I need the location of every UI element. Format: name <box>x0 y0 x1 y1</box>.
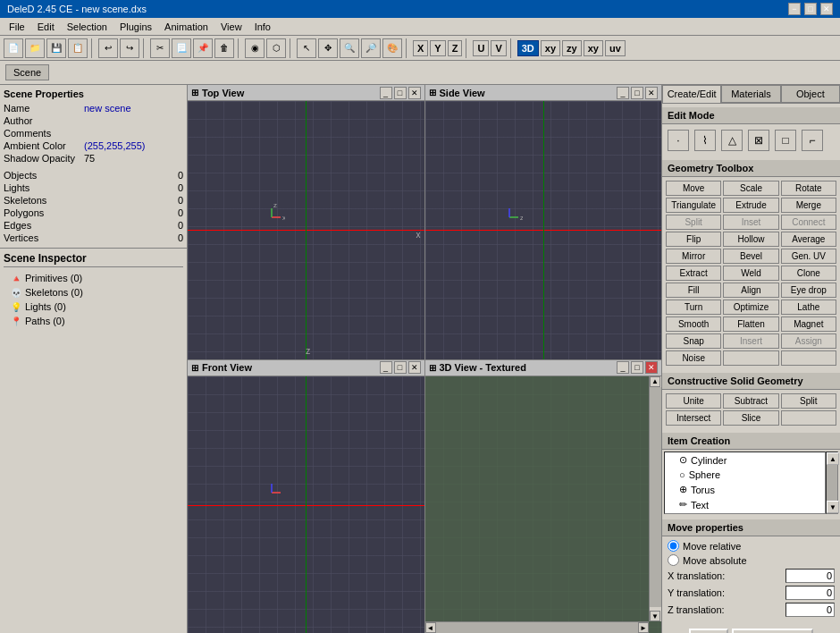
menu-selection[interactable]: Selection <box>62 20 113 34</box>
geo-move[interactable]: Move <box>666 181 721 196</box>
geo-weld[interactable]: Weld <box>723 266 778 281</box>
edit-icon-object[interactable]: □ <box>775 130 796 151</box>
geo-lathe[interactable]: Lathe <box>781 300 836 315</box>
csg-slice[interactable]: Slice <box>723 410 778 426</box>
inspector-primitives[interactable]: 🔺 Primitives (0) <box>4 271 183 285</box>
geo-assign[interactable]: Assign <box>781 333 836 349</box>
toolbar-move[interactable]: ✥ <box>318 38 338 58</box>
geo-extrude[interactable]: Extrude <box>723 198 778 213</box>
geo-magnet[interactable]: Magnet <box>781 316 836 332</box>
coord-z[interactable]: Z <box>448 40 463 56</box>
item-sphere[interactable]: ○ Sphere <box>665 468 825 482</box>
x-translation-input[interactable] <box>785 569 835 583</box>
view-3d[interactable]: 3D <box>517 40 539 56</box>
geo-flip[interactable]: Flip <box>666 232 721 247</box>
maximize-button[interactable]: □ <box>804 3 817 15</box>
geo-gen-uv[interactable]: Gen. UV <box>781 249 836 264</box>
toolbar-new[interactable]: 📄 <box>4 38 23 58</box>
edit-icon-uv[interactable]: ⌐ <box>802 130 823 151</box>
geo-noise[interactable]: Noise <box>666 350 721 366</box>
menu-edit[interactable]: Edit <box>32 20 60 34</box>
csg-intersect[interactable]: Intersect <box>666 410 721 426</box>
scroll-up[interactable]: ▲ <box>650 376 660 387</box>
item-list[interactable]: ⊙ Cylinder ○ Sphere ⊕ Torus ✏ Text <box>664 452 826 514</box>
geo-eye-drop[interactable]: Eye drop <box>781 283 836 298</box>
3d-view-minimize[interactable]: _ <box>617 361 629 374</box>
ok-button[interactable]: OK <box>689 629 728 633</box>
geo-turn[interactable]: Turn <box>666 300 721 315</box>
radio-relative-input[interactable] <box>668 540 679 552</box>
item-cylinder[interactable]: ⊙ Cylinder <box>665 452 825 468</box>
geo-clone[interactable]: Clone <box>781 266 836 281</box>
geo-hollow[interactable]: Hollow <box>723 232 778 247</box>
coord-u[interactable]: U <box>473 40 489 56</box>
toolbar-select[interactable]: ↖ <box>297 38 316 58</box>
toolbar-zoom-out[interactable]: 🔎 <box>361 38 381 58</box>
scroll-list-up[interactable]: ▲ <box>827 452 839 465</box>
reset-values-button[interactable]: Reset values <box>732 629 814 633</box>
side-view-maximize[interactable]: □ <box>631 87 643 99</box>
menu-plugins[interactable]: Plugins <box>114 20 157 34</box>
3d-view-content[interactable]: ◄ ► ▲ ▼ <box>425 376 662 634</box>
close-button[interactable]: ✕ <box>820 3 833 15</box>
toolbar-save[interactable]: 💾 <box>46 38 66 58</box>
3d-view-maximize[interactable]: □ <box>631 361 643 374</box>
geo-flatten[interactable]: Flatten <box>723 316 778 332</box>
csg-split[interactable]: Split <box>781 393 836 409</box>
tab-create-edit[interactable]: Create/Edit <box>662 85 721 103</box>
menu-animation[interactable]: Animation <box>159 20 214 34</box>
menu-view[interactable]: View <box>215 20 248 34</box>
front-view-close[interactable]: ✕ <box>408 361 421 374</box>
toolbar-btn-6[interactable]: ⬡ <box>266 38 286 58</box>
top-view-minimize[interactable]: _ <box>380 87 392 99</box>
front-view-maximize[interactable]: □ <box>394 361 407 374</box>
toolbar-btn-5[interactable]: ◉ <box>245 38 265 58</box>
toolbar-redo[interactable]: ↪ <box>120 38 139 58</box>
minimize-button[interactable]: − <box>788 3 801 15</box>
menu-file[interactable]: File <box>4 20 30 34</box>
item-torus[interactable]: ⊕ Torus <box>665 482 825 497</box>
toolbar-cut[interactable]: ✂ <box>150 38 170 58</box>
geo-connect[interactable]: Connect <box>781 215 836 230</box>
item-text[interactable]: ✏ Text <box>665 497 825 512</box>
top-view-content[interactable]: x z x z <box>188 101 424 359</box>
y-translation-input[interactable] <box>785 586 835 600</box>
geo-split[interactable]: Split <box>666 215 721 230</box>
inspector-skeletons[interactable]: 💀 Skeletons (0) <box>4 285 183 300</box>
tab-materials[interactable]: Materials <box>721 85 780 103</box>
side-view-close[interactable]: ✕ <box>645 87 658 99</box>
scroll-list-down[interactable]: ▼ <box>827 501 839 513</box>
front-view-minimize[interactable]: _ <box>380 361 392 374</box>
view-xy2[interactable]: xy <box>584 40 603 56</box>
toolbar-paste[interactable]: 📌 <box>193 38 213 58</box>
scroll-right[interactable]: ► <box>638 622 649 633</box>
toolbar-render[interactable]: 🎨 <box>382 38 402 58</box>
coord-v[interactable]: V <box>491 40 506 56</box>
geo-mirror[interactable]: Mirror <box>666 249 721 264</box>
3d-view-close[interactable]: ✕ <box>645 361 658 374</box>
toolbar-open[interactable]: 📁 <box>25 38 45 58</box>
side-view-minimize[interactable]: _ <box>617 87 629 99</box>
scene-tab[interactable]: Scene <box>5 64 49 80</box>
csg-unite[interactable]: Unite <box>666 393 721 409</box>
z-translation-input[interactable] <box>785 603 835 617</box>
geo-bevel[interactable]: Bevel <box>723 249 778 264</box>
menu-info[interactable]: Info <box>249 20 276 34</box>
view-zy[interactable]: zy <box>562 40 582 56</box>
edit-icon-face[interactable]: △ <box>721 130 743 151</box>
toolbar-delete[interactable]: 🗑 <box>214 38 234 58</box>
geo-optimize[interactable]: Optimize <box>723 300 778 315</box>
edit-icon-vertex[interactable]: · <box>668 130 689 151</box>
toolbar-undo[interactable]: ↩ <box>98 38 118 58</box>
side-view-content[interactable]: z <box>425 101 662 359</box>
geo-fill[interactable]: Fill <box>666 283 721 298</box>
csg-subtract[interactable]: Subtract <box>723 393 778 409</box>
view-xy[interactable]: xy <box>541 40 560 56</box>
edit-icon-mesh[interactable]: ⊠ <box>748 130 769 151</box>
geo-scale[interactable]: Scale <box>723 181 778 196</box>
geo-merge[interactable]: Merge <box>781 198 836 213</box>
geo-insert[interactable]: Insert <box>723 333 778 349</box>
scroll-v-track[interactable] <box>650 387 661 608</box>
edit-icon-edge[interactable]: ⌇ <box>694 130 716 151</box>
scroll-left[interactable]: ◄ <box>425 622 436 633</box>
